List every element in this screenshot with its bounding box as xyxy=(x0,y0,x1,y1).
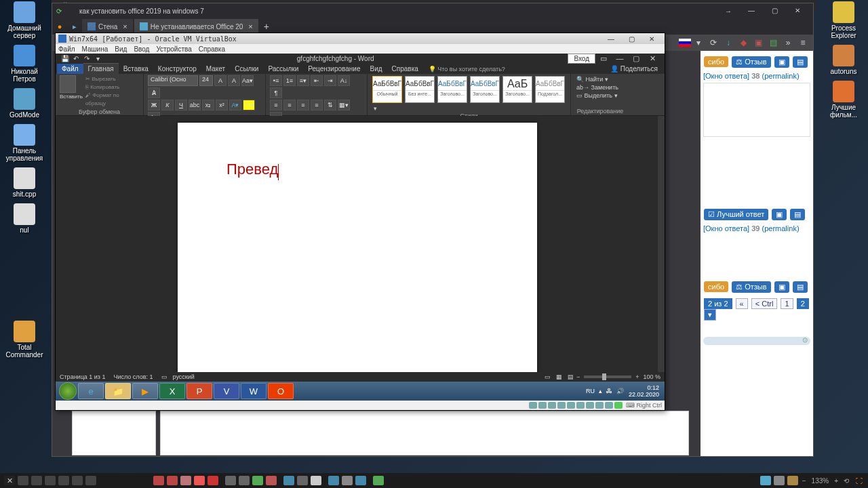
signin-button[interactable]: Вход xyxy=(568,54,595,64)
reload-icon[interactable]: ⟳ xyxy=(56,7,62,15)
vbox-status-icon[interactable] xyxy=(605,402,613,409)
reply-link[interactable]: [Окно ответа] xyxy=(703,72,749,80)
close-icon[interactable]: × xyxy=(123,22,127,30)
tab-review[interactable]: Рецензирование xyxy=(303,64,365,74)
justify-icon[interactable]: ≡ xyxy=(311,100,323,110)
format-painter-button[interactable]: 🖌 Формат по образцу xyxy=(85,92,139,108)
copy-icon[interactable] xyxy=(58,476,69,485)
tray-icon[interactable] xyxy=(239,476,250,485)
tab-mailings[interactable]: Рассылки xyxy=(263,64,303,74)
strike-icon[interactable]: abc xyxy=(189,100,201,110)
document-area[interactable]: Превед xyxy=(56,116,658,372)
qat-dropdown-icon[interactable]: ▾ xyxy=(92,55,103,62)
select-button[interactable]: ▭ Выделить ▾ xyxy=(575,92,625,100)
proofing-icon[interactable]: ▭ xyxy=(161,373,167,380)
browser-tab[interactable]: Не устанавливается Office 20× xyxy=(134,19,258,34)
line-spacing-icon[interactable]: ⇅ xyxy=(324,100,336,110)
redo-icon[interactable]: ↷ xyxy=(81,55,92,62)
tray-icon[interactable] xyxy=(167,476,178,485)
download-icon[interactable]: ↓ xyxy=(721,36,736,49)
zoom-level[interactable]: 100 % xyxy=(643,373,660,380)
quote-button[interactable]: ▣ xyxy=(772,209,787,220)
pager-page[interactable]: 2 xyxy=(797,298,809,309)
multilevel-icon[interactable]: ≡▾ xyxy=(297,75,309,86)
tray-icon[interactable] xyxy=(774,476,785,485)
vbox-menu-file[interactable]: Файл xyxy=(58,45,75,53)
minimize-button[interactable]: — xyxy=(612,54,628,62)
taskbar-word[interactable]: W xyxy=(241,383,267,399)
tray-icon[interactable] xyxy=(760,476,771,485)
pager-page[interactable]: 1 xyxy=(781,298,793,309)
zoom-out-icon[interactable]: − xyxy=(802,477,806,485)
indent-icon[interactable]: ⇥ xyxy=(324,75,336,86)
taskbar-explorer[interactable]: 📁 xyxy=(105,383,131,399)
taskbar-powerpoint[interactable]: P xyxy=(186,383,212,399)
tab-layout[interactable]: Макет xyxy=(201,64,230,74)
align-right-icon[interactable]: ≡ xyxy=(297,100,309,110)
numbering-icon[interactable]: 1≡ xyxy=(283,75,296,86)
vbox-status-icon[interactable] xyxy=(557,402,566,409)
refresh-icon[interactable]: ⟳ xyxy=(706,36,721,49)
word-count[interactable]: Число слов: 1 xyxy=(113,373,153,380)
tray-icon[interactable] xyxy=(342,476,353,485)
tab-help[interactable]: Справка xyxy=(387,64,423,74)
review-button[interactable]: ⚖ Отзыв xyxy=(732,56,770,68)
change-case-icon[interactable]: Aa▾ xyxy=(241,75,254,86)
system-tray[interactable]: RU ▴ 🖧 🔊 xyxy=(584,388,626,394)
show-marks-icon[interactable]: ¶ xyxy=(270,87,282,98)
align-left-icon[interactable]: ≡ xyxy=(270,100,282,110)
style-item[interactable]: АаБбВвГгПодзагол... xyxy=(535,76,565,103)
vbox-status-icon[interactable] xyxy=(586,402,594,409)
desktop-icon[interactable]: Панель управления xyxy=(4,124,45,162)
minimize-button[interactable]: — xyxy=(740,4,763,18)
reset-zoom-icon[interactable]: ⟲ xyxy=(844,477,849,485)
fullscreen-icon[interactable]: ⛶ xyxy=(856,477,863,485)
page-indicator[interactable]: Страница 1 из 1 xyxy=(60,373,105,380)
text-effects-icon[interactable]: A▾ xyxy=(229,100,241,110)
view-print-icon[interactable]: ▦ xyxy=(556,373,562,380)
tray-icon[interactable] xyxy=(153,476,164,485)
share-button[interactable]: 👤 Поделиться xyxy=(605,64,663,74)
align-center-icon[interactable]: ≡ xyxy=(283,100,296,110)
pager-dropdown[interactable]: ▾ xyxy=(704,309,716,321)
tray-icon[interactable] xyxy=(328,476,339,485)
zoom-out-icon[interactable]: − xyxy=(576,373,580,380)
font-size-combo[interactable]: 24 xyxy=(199,75,213,86)
tray-icon[interactable] xyxy=(297,476,308,485)
tray-icon[interactable] xyxy=(355,476,366,485)
puzzle-icon[interactable] xyxy=(18,476,28,485)
tray-icon[interactable] xyxy=(180,476,191,485)
desktop-icon[interactable]: Лучшие фильм... xyxy=(823,81,864,119)
desktop-icon[interactable]: GodMode xyxy=(4,88,45,119)
grow-font-icon[interactable]: A xyxy=(214,75,226,86)
paste-icon[interactable] xyxy=(72,476,83,485)
vbox-menu-machine[interactable]: Машина xyxy=(82,45,108,53)
vbox-menu-devices[interactable]: Устройства xyxy=(156,45,191,53)
tray-icon[interactable] xyxy=(266,476,277,485)
quote-button[interactable]: ▣ xyxy=(774,281,789,293)
vbox-menu-view[interactable]: Вид xyxy=(115,45,127,53)
language-indicator[interactable]: русский xyxy=(173,373,195,380)
browser-tab[interactable]: Стена× xyxy=(82,19,133,34)
desktop-icon[interactable]: nul xyxy=(4,203,45,234)
minimize-button[interactable]: — xyxy=(601,35,621,43)
taskbar-excel[interactable]: X xyxy=(159,383,185,399)
style-item[interactable]: АаБбВвГгОбычный xyxy=(372,76,402,103)
flag-icon[interactable] xyxy=(679,39,691,47)
taskbar-office[interactable]: O xyxy=(268,383,294,399)
desktop-icon[interactable]: Николай Петров xyxy=(4,45,45,83)
tray-icon[interactable] xyxy=(283,476,294,485)
tray-icon[interactable] xyxy=(208,476,218,485)
reply-link[interactable]: [Окно ответа] xyxy=(703,224,749,232)
desktop-icon[interactable]: shit.cpp xyxy=(4,167,45,198)
maximize-button[interactable]: ▢ xyxy=(621,35,642,43)
menu-icon[interactable]: ≡ xyxy=(795,36,810,49)
save-icon[interactable]: 💾 xyxy=(60,55,71,62)
dropdown-icon[interactable]: ▾ xyxy=(691,36,706,49)
desktop-icon[interactable]: Process Explorer xyxy=(823,1,864,39)
italic-icon[interactable]: К xyxy=(161,100,174,110)
desktop-icon[interactable]: Домашний сервер xyxy=(4,1,45,39)
tab-view[interactable]: Вид xyxy=(366,64,387,74)
vbox-status-icon[interactable] xyxy=(567,402,575,409)
quote-button[interactable]: ▣ xyxy=(774,56,789,68)
